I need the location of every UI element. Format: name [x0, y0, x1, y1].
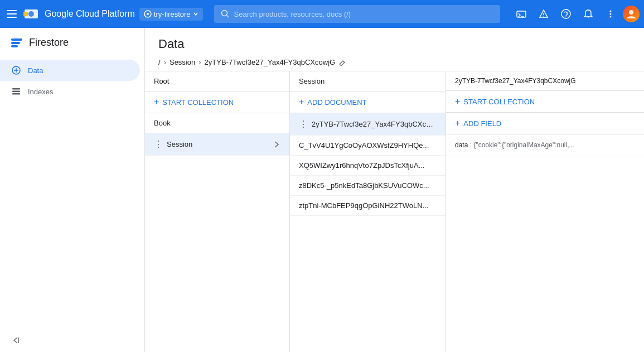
svg-point-18 — [629, 10, 633, 15]
edit-breadcrumb-icon[interactable] — [338, 59, 346, 66]
svg-rect-24 — [12, 93, 20, 95]
firestore-logo-icon — [11, 38, 22, 47]
page-title: Data — [158, 37, 631, 51]
help-icon — [560, 8, 572, 20]
start-collection-root-btn[interactable]: + START COLLECTION — [145, 91, 289, 113]
session-doc1-label: 2yTYB-7Twcf3e27_Yax4FY3qbCXcov... — [312, 120, 437, 128]
plus-icon-root: + — [154, 97, 159, 107]
session-doc-5[interactable]: ztpTni-MCbFEP9qgOpGiNH22TWoLN... — [290, 196, 446, 216]
add-field-btn[interactable]: + ADD FIELD — [446, 113, 644, 134]
sidebar-header: Firestore — [0, 28, 144, 57]
breadcrumb-current: 2yTYB-7Twcf3e27_Yax4FY3qbCXcowjG — [205, 58, 336, 66]
session-doc-1[interactable]: ⋮ 2yTYB-7Twcf3e27_Yax4FY3qbCXcov... — [290, 113, 446, 136]
app-title: Google Cloud Platform — [45, 9, 135, 19]
svg-point-10 — [543, 16, 544, 17]
app-logo: Google Cloud Platform — [23, 6, 135, 22]
sidebar: Firestore Data Indexes — [0, 28, 145, 352]
sidebar-collapse-btn[interactable] — [0, 329, 144, 352]
start-collection-root-label: START COLLECTION — [162, 98, 234, 107]
svg-rect-22 — [12, 88, 20, 90]
root-item-book[interactable]: Book — [145, 113, 289, 133]
more-options-icon-btn[interactable] — [601, 4, 621, 24]
svg-point-12 — [565, 16, 566, 17]
session-doc2-label: C_TvV4U1YgCoOyAOXWsfZ9HYHQe... — [299, 141, 437, 150]
root-item-book-label: Book — [154, 119, 280, 127]
session-menu-icon[interactable]: ⋮ — [154, 139, 163, 150]
session-doc-3[interactable]: XQ5WIZwy1r6hnqVto7ZpJDsTcXfjuA... — [290, 156, 446, 176]
data-panels: Root + START COLLECTION Book ⋮ Session — [145, 71, 644, 352]
search-icon — [221, 9, 230, 18]
project-icon — [144, 10, 152, 18]
session-panel-header: Session — [290, 71, 446, 91]
breadcrumb-sep-1: › — [164, 58, 166, 66]
hamburger-menu[interactable] — [4, 8, 19, 20]
breadcrumb-root[interactable]: / — [158, 58, 161, 66]
alert-icon — [538, 8, 549, 20]
gcp-logo-icon — [23, 6, 39, 22]
sidebar-nav: Data Indexes — [0, 57, 144, 104]
root-item-session[interactable]: ⋮ Session — [145, 133, 289, 156]
user-avatar[interactable] — [623, 6, 640, 22]
app-layout: Firestore Data Indexes — [0, 28, 644, 352]
start-collection-doc-label: START COLLECTION — [463, 98, 535, 106]
root-panel: Root + START COLLECTION Book ⋮ Session — [145, 71, 290, 352]
document-panel-header: 2yTYB-7Twcf3e27_Yax4FY3qbCXcowjG — [446, 71, 644, 91]
start-collection-doc-btn[interactable]: + START COLLECTION — [446, 91, 644, 113]
svg-point-17 — [610, 16, 612, 18]
sidebar-item-data[interactable]: Data — [0, 60, 140, 81]
search-bar[interactable]: Search products, resources, docs (/) — [214, 5, 500, 23]
project-dropdown-icon — [193, 11, 198, 17]
svg-point-4 — [147, 13, 149, 15]
plus-icon-doc-coll: + — [455, 97, 460, 107]
add-field-label: ADD FIELD — [463, 119, 501, 128]
session-panel-items: ⋮ 2yTYB-7Twcf3e27_Yax4FY3qbCXcov... C_Tv… — [290, 113, 446, 352]
session-doc-2[interactable]: C_TvV4U1YgCoOyAOXWsfZ9HYHQe... — [290, 136, 446, 156]
doc-field-data: data : {"cookie":{"originalMaxAge":null,… — [446, 134, 644, 156]
svg-line-6 — [226, 16, 229, 18]
indexes-nav-icon — [11, 86, 21, 97]
main-header: Data / › Session › 2yTYB-7Twcf3e27_Yax4F… — [145, 28, 644, 71]
sidebar-title: Firestore — [29, 37, 69, 49]
bell-icon-btn[interactable] — [578, 4, 598, 24]
sidebar-item-indexes[interactable]: Indexes — [0, 81, 140, 102]
session-arrow-icon — [273, 141, 280, 148]
search-placeholder: Search products, resources, docs (/) — [234, 10, 351, 18]
doc1-menu-icon[interactable]: ⋮ — [299, 119, 308, 129]
svg-line-26 — [343, 61, 345, 62]
notifications-icon-btn[interactable] — [534, 4, 554, 24]
project-selector[interactable]: try-firestore — [139, 8, 203, 21]
breadcrumb-session[interactable]: Session — [170, 58, 195, 66]
field-value-data-val: {"cookie":{"originalMaxAge":null,... — [473, 141, 574, 149]
svg-point-5 — [221, 11, 227, 16]
document-panel: 2yTYB-7Twcf3e27_Yax4FY3qbCXcowjG + START… — [446, 71, 644, 352]
svg-point-15 — [610, 11, 612, 12]
help-icon-btn[interactable] — [556, 4, 576, 24]
session-doc5-label: ztpTni-MCbFEP9qgOpGiNH22TWoLN... — [299, 201, 437, 210]
plus-icon-field: + — [455, 118, 460, 128]
field-name-data: data — [455, 141, 468, 149]
cloud-shell-icon — [516, 8, 527, 20]
session-doc-4[interactable]: z8DKc5-_p5nkEdTa8GjbKSUVuCOWc... — [290, 176, 446, 196]
cloud-shell-icon-btn[interactable] — [511, 4, 531, 24]
sidebar-data-label: Data — [28, 66, 43, 75]
more-vert-icon — [605, 8, 616, 20]
collapse-sidebar-icon — [11, 335, 21, 345]
root-panel-items: Book ⋮ Session — [145, 113, 289, 352]
add-document-label: ADD DOCUMENT — [307, 98, 366, 107]
breadcrumb: / › Session › 2yTYB-7Twcf3e27_Yax4FY3qbC… — [158, 58, 631, 71]
top-nav: Google Cloud Platform try-firestore Sear… — [0, 0, 644, 28]
svg-rect-2 — [23, 12, 28, 16]
session-doc4-label: z8DKc5-_p5nkEdTa8GjbKSUVuCOWc... — [299, 181, 437, 190]
add-document-btn[interactable]: + ADD DOCUMENT — [290, 91, 446, 113]
breadcrumb-sep-2: › — [198, 58, 201, 66]
svg-point-1 — [28, 11, 34, 17]
bell-icon — [583, 8, 594, 20]
svg-rect-23 — [12, 91, 20, 93]
svg-point-16 — [610, 13, 612, 15]
root-item-session-label: Session — [167, 140, 273, 148]
main-content: Data / › Session › 2yTYB-7Twcf3e27_Yax4F… — [145, 28, 644, 352]
session-panel: Session + ADD DOCUMENT ⋮ 2yTYB-7Twcf3e27… — [290, 71, 446, 352]
plus-icon-session: + — [299, 97, 304, 107]
project-name: try-firestore — [154, 10, 191, 18]
nav-icons — [511, 4, 640, 24]
